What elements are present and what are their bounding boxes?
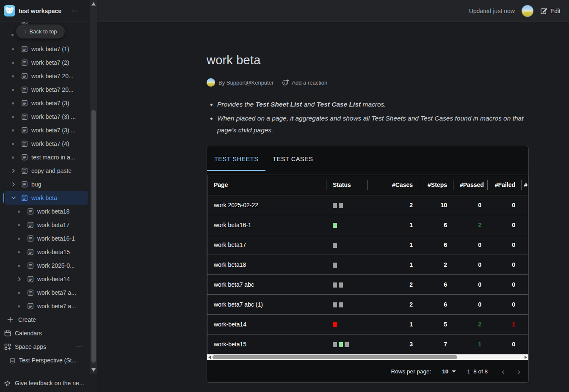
sidebar-item[interactable]: copy and paste bbox=[0, 164, 90, 178]
macro-tabs: TEST SHEETS TEST CASES bbox=[207, 146, 528, 171]
bullet-icon bbox=[11, 89, 21, 91]
sidebar-item[interactable]: test macro in a... bbox=[0, 151, 90, 164]
status-square-gray bbox=[333, 282, 337, 288]
feedback-button[interactable]: Give feedback on the ne... bbox=[0, 374, 97, 392]
add-reaction-button[interactable]: Add a reaction bbox=[282, 79, 327, 86]
status-cell bbox=[326, 195, 368, 215]
cases-cell: 1 bbox=[368, 215, 419, 235]
edit-button[interactable]: Edit bbox=[540, 7, 561, 14]
tab-test-cases[interactable]: TEST CASES bbox=[265, 146, 320, 171]
sidebar-item[interactable]: work beta7 20... bbox=[0, 69, 90, 83]
cases-cell: 1 bbox=[368, 255, 419, 274]
scroll-left-icon[interactable] bbox=[208, 356, 211, 359]
sidebar-item-space-apps[interactable]: Space apps ⋯ bbox=[0, 340, 90, 354]
table-row: work-beta14 1 5 2 1 bbox=[207, 314, 528, 334]
back-to-top-button[interactable]: ↑ Back to top bbox=[16, 25, 65, 38]
bullet-icon bbox=[11, 62, 21, 64]
sidebar-item[interactable]: work beta7 a... bbox=[0, 299, 90, 313]
document: work beta By Support@Kenputer Add a reac… bbox=[207, 22, 529, 138]
sidebar-item[interactable]: work-beta14 bbox=[0, 272, 90, 286]
sidebar-item[interactable]: work-beta15 bbox=[0, 245, 90, 259]
page-icon bbox=[21, 113, 28, 120]
scroll-right-icon[interactable] bbox=[525, 356, 527, 359]
page-cell[interactable]: work beta7 abc bbox=[207, 274, 326, 294]
status-cell bbox=[326, 334, 368, 354]
status-squares bbox=[333, 281, 345, 288]
page-cell[interactable]: work-beta15 bbox=[207, 334, 326, 354]
column-header-passed[interactable]: #Passed bbox=[453, 175, 488, 195]
column-header-clipped[interactable]: # bbox=[522, 175, 528, 195]
sidebar-item-label: work beta7 (4) bbox=[31, 140, 69, 147]
failed-cell: 1 bbox=[488, 314, 522, 334]
prev-page-button[interactable]: ‹ bbox=[501, 367, 505, 376]
status-squares bbox=[333, 321, 339, 328]
page-cell[interactable]: work-beta14 bbox=[207, 314, 326, 334]
status-square-gray bbox=[333, 203, 337, 208]
status-square-gray bbox=[333, 342, 337, 347]
page-icon bbox=[21, 140, 28, 147]
sidebar-item[interactable]: work beta7 (3) ... bbox=[0, 123, 90, 137]
status-squares bbox=[333, 222, 339, 228]
sidebar-item[interactable]: work beta17 bbox=[0, 218, 90, 232]
chevron-right-icon[interactable] bbox=[17, 277, 27, 282]
page-cell[interactable]: work beta16-1 bbox=[207, 215, 326, 235]
column-header-status[interactable]: Status bbox=[326, 175, 368, 195]
table-row: work beta16-1 1 6 2 0 bbox=[207, 215, 528, 235]
sidebar-item-label: work beta7 a... bbox=[37, 289, 76, 296]
column-header-cases[interactable]: #Cases bbox=[368, 175, 419, 195]
create-button[interactable]: Create bbox=[0, 313, 90, 326]
status-squares bbox=[333, 241, 339, 248]
sidebar-item[interactable]: bug bbox=[0, 178, 90, 191]
avatar[interactable] bbox=[522, 5, 533, 17]
horizontal-scrollbar[interactable] bbox=[207, 354, 528, 360]
sidebar-item[interactable]: work 2025-0... bbox=[0, 259, 90, 272]
column-header-steps[interactable]: #Steps bbox=[419, 175, 453, 195]
scroll-down-icon[interactable] bbox=[91, 368, 96, 372]
bullet-icon bbox=[17, 251, 27, 253]
sidebar-item[interactable]: work beta7 (3) ... bbox=[0, 110, 90, 123]
scrollbar-thumb[interactable] bbox=[91, 110, 96, 363]
status-cell bbox=[326, 255, 368, 274]
sidebar-item[interactable]: work beta7 a... bbox=[0, 286, 90, 299]
space-apps-more-icon[interactable]: ⋯ bbox=[76, 343, 83, 351]
page-icon bbox=[21, 167, 28, 174]
sidebar-item[interactable]: work beta7 20... bbox=[0, 83, 90, 96]
rows-per-page-select[interactable]: 10 bbox=[442, 368, 456, 375]
sidebar-item[interactable]: work beta7 (3) bbox=[0, 96, 90, 110]
sidebar-item[interactable]: work beta7 (2) bbox=[0, 56, 90, 69]
column-header-page[interactable]: Page bbox=[207, 175, 326, 195]
sidebar-item-label: work beta7 (1) bbox=[31, 46, 69, 52]
tab-test-sheets[interactable]: TEST SHEETS bbox=[207, 146, 265, 171]
sidebar-scrollbar[interactable] bbox=[90, 0, 97, 374]
sidebar-item[interactable]: work beta7 (1) bbox=[0, 42, 90, 56]
page-cell[interactable]: work beta17 bbox=[207, 235, 326, 255]
page-cell[interactable]: work beta18 bbox=[207, 255, 326, 274]
sidebar-item-label: work beta7 (3) ... bbox=[31, 127, 76, 134]
apps-grid-icon bbox=[4, 343, 11, 351]
next-page-button[interactable]: › bbox=[517, 367, 521, 376]
sidebar-item-selected[interactable]: work beta bbox=[5, 191, 88, 205]
chevron-down-icon[interactable] bbox=[11, 195, 21, 200]
bullet-icon bbox=[17, 211, 27, 213]
sidebar-item[interactable]: work beta18 bbox=[0, 205, 90, 218]
chevron-right-icon[interactable] bbox=[11, 168, 21, 173]
page-cell[interactable]: work beta7 abc (1) bbox=[207, 294, 326, 314]
workspace-header[interactable]: test workspace ⋯ bbox=[0, 0, 90, 22]
scroll-up-icon[interactable] bbox=[91, 2, 96, 5]
cases-cell: 2 bbox=[368, 195, 419, 215]
hscrollbar-thumb[interactable] bbox=[213, 355, 457, 359]
page-icon bbox=[21, 100, 28, 107]
sidebar-item-calendars[interactable]: Calendars bbox=[0, 326, 90, 340]
workspace-more-icon[interactable]: ⋯ bbox=[72, 7, 78, 15]
sidebar-item[interactable]: work beta7 (4) bbox=[0, 137, 90, 151]
sidebar-item[interactable]: work beta16-1 bbox=[0, 232, 90, 245]
chevron-right-icon[interactable] bbox=[11, 182, 21, 187]
sidebar-item-test-perspective[interactable]: Test Perspective (St... bbox=[0, 354, 90, 367]
page-cell[interactable]: work 2025-02-22 bbox=[207, 195, 326, 215]
column-header-failed[interactable]: #Failed bbox=[488, 175, 522, 195]
status-squares bbox=[333, 301, 345, 308]
author-avatar[interactable] bbox=[207, 78, 215, 87]
sidebar-item-label: work beta18 bbox=[37, 208, 69, 215]
page-icon bbox=[27, 235, 34, 242]
page-icon bbox=[27, 276, 34, 282]
